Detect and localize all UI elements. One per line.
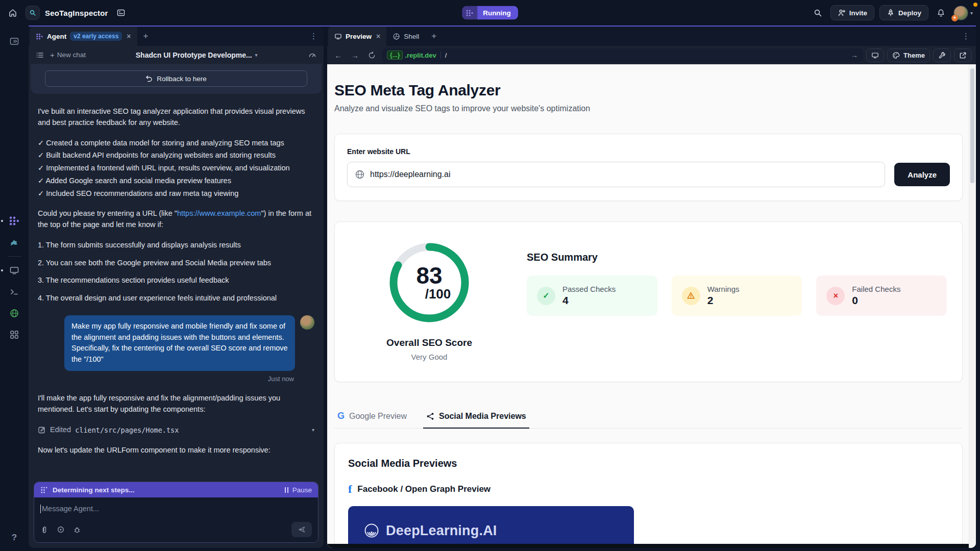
facebook-icon: f — [348, 483, 352, 496]
chat-list-button[interactable] — [35, 50, 45, 60]
seo-summary-heading: SEO Summary — [527, 252, 947, 263]
home-button[interactable] — [5, 5, 20, 20]
rail-shell-button[interactable] — [6, 284, 22, 300]
globe-green-icon — [9, 308, 19, 318]
tab-social-label: Social Media Previews — [439, 412, 526, 421]
message-timestamp: Just now — [38, 374, 294, 384]
tab-google-preview[interactable]: G Google Preview — [334, 406, 410, 428]
agent-tab-options-button[interactable]: ⋮ — [304, 27, 324, 46]
expand-sidebar-button[interactable] — [6, 33, 22, 49]
url-go-icon[interactable]: → — [851, 51, 858, 59]
rail-agent-button[interactable] — [6, 213, 22, 229]
deploy-button[interactable]: Deploy — [879, 5, 928, 20]
scrollbar-thumb[interactable] — [970, 68, 974, 183]
deeplearning-logo-icon — [362, 521, 381, 540]
topbar: SeoTagInspector Running — [0, 0, 980, 26]
url-form-label: Enter website URL — [347, 147, 950, 156]
assistant-bird-icon — [9, 237, 19, 247]
chat-scroll-area[interactable]: Rollback to here I've built an interacti… — [29, 64, 324, 478]
rollback-label: Rollback to here — [157, 75, 207, 83]
agent-message-followup: Now let's update the URLForm component t… — [38, 445, 314, 456]
preview-tab-options-button[interactable]: ⋮ — [956, 27, 976, 46]
tab-shell[interactable]: Shell — [386, 27, 425, 46]
composer-area: Determining next steps... Pause — [29, 478, 324, 548]
webview-scrollbar[interactable] — [969, 64, 976, 548]
rail-webview-button[interactable] — [6, 262, 22, 279]
notifications-button[interactable] — [934, 6, 948, 20]
url-field[interactable]: {...} .replit.dev / → — [382, 48, 863, 62]
checklist-item: ✓ Built backend API endpoints for analyz… — [38, 150, 314, 161]
chevron-down-icon[interactable]: ▾ — [312, 426, 314, 434]
rail-all-tools-button[interactable] — [6, 327, 22, 343]
new-tab-button[interactable]: + — [425, 27, 443, 46]
text-caret — [40, 505, 41, 513]
help-button[interactable]: ? — [12, 533, 17, 543]
website-url-input-wrap — [347, 162, 885, 187]
edited-file-row[interactable]: Edited client/src/pages/Home.tsx ▾ — [38, 424, 314, 436]
checkpoint-target-button[interactable] — [57, 525, 65, 534]
pause-icon — [285, 487, 288, 493]
theme-button[interactable]: Theme — [887, 48, 930, 62]
seo-score-denominator: /100 — [425, 287, 451, 300]
open-external-button[interactable] — [954, 48, 972, 62]
warning-triangle-icon — [682, 287, 700, 305]
website-url-input[interactable] — [370, 170, 877, 179]
usage-gauge-button[interactable] — [307, 50, 317, 60]
example-url-link[interactable]: https://www.example.com — [177, 209, 261, 217]
devtools-button[interactable] — [933, 48, 951, 62]
share-icon — [426, 412, 434, 420]
attach-file-button[interactable] — [40, 525, 48, 534]
x-icon: × — [826, 287, 845, 305]
tab-shell-label: Shell — [404, 33, 419, 40]
rollback-button[interactable]: Rollback to here — [45, 70, 307, 87]
repl-info-button[interactable] — [113, 5, 129, 20]
close-tab-icon[interactable]: × — [376, 32, 380, 40]
checklist-item: ✓ Added Google search and social media p… — [38, 176, 314, 187]
workspace-accent-line — [29, 26, 976, 27]
run-status-badge[interactable]: Running — [462, 6, 518, 20]
passed-checks-label: Passed Checks — [562, 285, 616, 293]
nav-forward-button[interactable]: → — [348, 49, 362, 61]
check-icon: ✓ — [537, 287, 555, 305]
analyze-button[interactable]: Analyze — [894, 163, 950, 186]
warnings-label: Warnings — [707, 285, 740, 293]
checklist-item: ✓ Implemented a frontend with URL input,… — [38, 163, 314, 174]
preview-panel: Preview × Shell + ⋮ ← → — [327, 27, 976, 548]
device-preview-button[interactable] — [866, 48, 884, 62]
invite-label: Invite — [849, 9, 867, 17]
tab-agent[interactable]: Agent v2 early access × — [30, 27, 137, 46]
close-tab-icon[interactable]: × — [127, 32, 131, 40]
agent-message-response: I'll make the app fully responsive and f… — [38, 393, 314, 415]
search-button[interactable] — [811, 6, 825, 20]
tab-google-label: Google Preview — [349, 412, 407, 421]
social-previews-heading: Social Media Previews — [348, 458, 949, 469]
deploy-label: Deploy — [898, 9, 921, 17]
tab-social-previews[interactable]: Social Media Previews — [423, 406, 529, 428]
preview-tabstrip: Preview × Shell + ⋮ — [327, 27, 976, 46]
report-bug-button[interactable] — [73, 525, 81, 534]
rail-deployments-button[interactable] — [6, 305, 22, 321]
tab-preview[interactable]: Preview × — [328, 27, 386, 46]
nav-back-button[interactable]: ← — [331, 49, 345, 61]
invite-button[interactable]: Invite — [830, 5, 874, 20]
nav-refresh-button[interactable] — [365, 50, 379, 61]
terminal-prompt-icon — [9, 287, 19, 297]
new-chat-button[interactable]: + New chat — [50, 51, 86, 59]
chat-title-dropdown[interactable]: Shadcn UI Prototype Developme... ▾ — [136, 51, 257, 59]
send-message-button[interactable] — [291, 522, 312, 537]
social-previews-card: Social Media Previews f Facebook / Open … — [334, 443, 963, 548]
rail-assistant-button[interactable] — [6, 234, 22, 251]
failed-checks-label: Failed Checks — [852, 285, 900, 293]
pause-button[interactable]: Pause — [285, 486, 312, 494]
seo-score-rating: Very Good — [411, 353, 448, 361]
url-separator — [440, 52, 441, 59]
url-subdomain-chip[interactable]: {...} — [387, 51, 403, 60]
globe-icon — [355, 169, 365, 180]
message-agent-input[interactable] — [42, 505, 312, 513]
tab-agent-label: Agent — [47, 33, 66, 40]
new-tab-button[interactable]: + — [137, 27, 155, 46]
tab-preview-label: Preview — [346, 33, 372, 40]
account-menu[interactable]: + ▾ — [953, 6, 973, 20]
preview-mode-tabs: G Google Preview Social Media Previews — [334, 406, 963, 429]
seo-score-label: Overall SEO Score — [386, 337, 472, 348]
